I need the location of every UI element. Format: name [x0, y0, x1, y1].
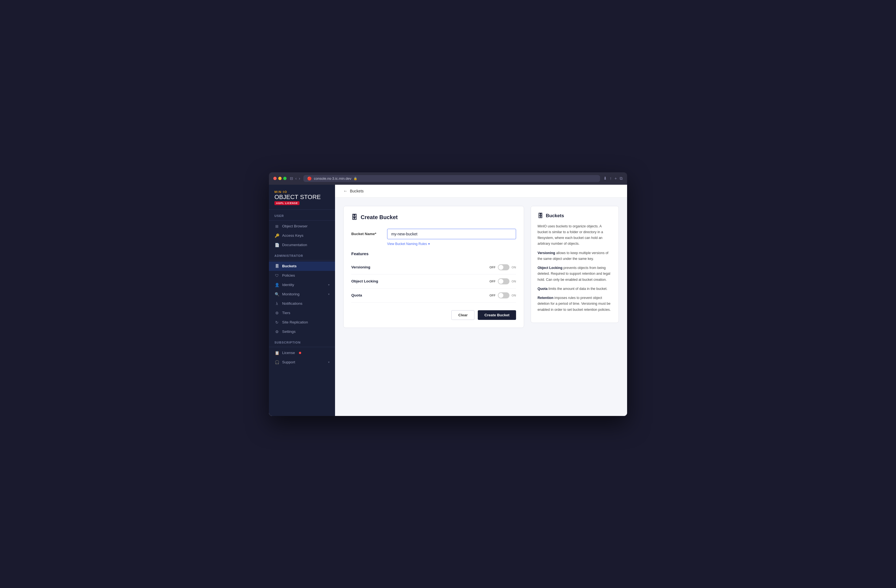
naming-rules-chevron-icon: ▾	[428, 242, 430, 246]
form-title-text: Create Bucket	[361, 214, 398, 220]
sidebar-item-documentation[interactable]: 📄 Documentation	[269, 240, 335, 250]
sidebar-item-site-replication[interactable]: ↻ Site Replication	[269, 318, 335, 327]
identity-label: Identity	[282, 283, 294, 287]
policies-icon: 🛡	[274, 273, 279, 278]
info-card: 🗄 Buckets MinIO uses buckets to organize…	[531, 206, 619, 323]
versioning-off-label: OFF	[490, 266, 496, 269]
info-para-5: Retention imposes rules to prevent objec…	[538, 295, 612, 313]
sidebar-item-identity[interactable]: 👤 Identity ▾	[269, 280, 335, 290]
versioning-toggle[interactable]	[498, 264, 509, 270]
fullscreen-dot[interactable]	[283, 177, 286, 180]
browser-actions: ⬇ ↑ + ⧉	[603, 176, 623, 181]
browser-chrome: ⊟ ‹ › 🔴 console.ns-3.ic.min.dev 🔒 ⬇ ↑ + …	[269, 172, 627, 185]
back-button[interactable]: ←	[343, 188, 348, 193]
logo-title: OBJECT STORE	[274, 194, 329, 200]
app-container: MIN·IO OBJECT STORE AGPL LICENSE User ⊞ …	[269, 185, 627, 416]
info-bucket-icon: 🗄	[538, 213, 543, 219]
create-bucket-form-card: 🗄 Create Bucket Bucket Name* View Bucket…	[343, 206, 524, 328]
info-title-text: Buckets	[546, 213, 564, 219]
notifications-label: Notifications	[282, 301, 303, 305]
object-locking-on-label: ON	[512, 280, 517, 283]
object-locking-toggle-group: OFF ON	[490, 278, 517, 284]
info-para-3: Object Locking prevents objects from bei…	[538, 265, 612, 283]
download-icon[interactable]: ⬇	[603, 176, 607, 181]
browser-window: ⊟ ‹ › 🔴 console.ns-3.ic.min.dev 🔒 ⬇ ↑ + …	[269, 172, 627, 416]
new-tab-icon[interactable]: +	[614, 176, 617, 181]
forward-icon[interactable]: ›	[299, 176, 300, 181]
info-card-body: MinIO uses buckets to organize objects. …	[538, 223, 612, 313]
monitoring-label: Monitoring	[282, 292, 300, 296]
naming-rules-link[interactable]: View Bucket Naming Rules ▾	[387, 242, 516, 246]
sidebar-item-access-keys[interactable]: 🔑 Access Keys	[269, 231, 335, 240]
versioning-row: Versioning OFF ON	[351, 260, 516, 275]
topbar: ← Buckets	[335, 185, 627, 198]
tiers-icon: ⚙	[274, 311, 279, 315]
sidebar-logo: MIN·IO OBJECT STORE AGPL LICENSE	[269, 185, 335, 210]
object-locking-toggle[interactable]	[498, 278, 509, 284]
settings-icon: ⚙	[274, 330, 279, 334]
tabs-icon[interactable]: ⧉	[620, 176, 623, 181]
share-icon[interactable]: ↑	[610, 176, 612, 181]
sidebar-toggle-icon[interactable]: ⊟	[290, 176, 293, 181]
sidebar-item-license[interactable]: 📋 License	[269, 348, 335, 358]
object-browser-label: Object Browser	[282, 224, 308, 228]
bucket-icon: 🗄	[351, 214, 357, 221]
object-locking-off-label: OFF	[490, 280, 496, 283]
quota-on-label: ON	[512, 294, 517, 297]
tiers-label: Tiers	[282, 311, 290, 315]
sidebar-item-notifications[interactable]: λ Notifications	[269, 299, 335, 308]
clear-button[interactable]: Clear	[451, 310, 474, 320]
object-locking-slider[interactable]	[498, 278, 509, 284]
logo-bold: OBJECT	[274, 193, 299, 201]
naming-rules-text: View Bucket Naming Rules	[387, 242, 427, 246]
policies-label: Policies	[282, 273, 295, 278]
sidebar-item-support[interactable]: 🎧 Support ▾	[269, 358, 335, 367]
license-label: License	[282, 351, 295, 355]
sidebar-item-object-browser[interactable]: ⊞ Object Browser	[269, 222, 335, 231]
support-label: Support	[282, 360, 295, 364]
sidebar-item-monitoring[interactable]: 🔍 Monitoring ▾	[269, 290, 335, 299]
sidebar-item-tiers[interactable]: ⚙ Tiers	[269, 308, 335, 318]
bucket-name-label: Bucket Name*	[351, 232, 382, 236]
info-card-title: 🗄 Buckets	[538, 213, 612, 219]
info-para-2: Versioning allows to keep multiple versi…	[538, 250, 612, 262]
object-locking-label: Object Locking	[351, 279, 490, 283]
object-browser-icon: ⊞	[274, 224, 279, 228]
quota-slider[interactable]	[498, 292, 509, 298]
divider-admin	[269, 260, 335, 260]
sidebar-item-buckets[interactable]: 🗄 Buckets	[269, 261, 335, 271]
access-keys-label: Access Keys	[282, 234, 303, 237]
versioning-on-label: ON	[512, 266, 517, 269]
section-label-admin: Administrator	[269, 250, 335, 259]
breadcrumb-buckets[interactable]: Buckets	[350, 189, 364, 193]
notifications-icon: λ	[274, 301, 279, 306]
site-replication-icon: ↻	[274, 320, 279, 325]
buckets-icon: 🗄	[274, 264, 279, 268]
back-icon[interactable]: ‹	[296, 176, 297, 181]
address-bar[interactable]: 🔴 console.ns-3.ic.min.dev 🔒	[303, 175, 600, 182]
minimize-dot[interactable]	[278, 177, 282, 180]
settings-label: Settings	[282, 330, 296, 334]
quota-toggle[interactable]	[498, 292, 509, 298]
monitoring-icon: 🔍	[274, 292, 279, 296]
identity-chevron-icon: ▾	[328, 283, 329, 286]
bucket-name-input[interactable]	[387, 229, 516, 239]
quota-toggle-group: OFF ON	[490, 292, 517, 298]
site-icon: 🔴	[307, 176, 312, 181]
object-locking-row: Object Locking OFF ON	[351, 275, 516, 289]
documentation-icon: 📄	[274, 243, 279, 247]
support-chevron-icon: ▾	[328, 361, 329, 364]
lock-icon: 🔒	[354, 177, 357, 180]
support-icon: 🎧	[274, 360, 279, 365]
create-bucket-button[interactable]: Create Bucket	[478, 310, 516, 320]
logo-license-badge: AGPL LICENSE	[274, 201, 300, 205]
agpl-text: AGPL	[276, 202, 284, 205]
sidebar-item-policies[interactable]: 🛡 Policies	[269, 271, 335, 280]
versioning-toggle-group: OFF ON	[490, 264, 517, 270]
features-title: Features	[351, 251, 516, 256]
close-dot[interactable]	[273, 177, 277, 180]
content-area: 🗄 Create Bucket Bucket Name* View Bucket…	[335, 198, 627, 336]
access-keys-icon: 🔑	[274, 234, 279, 238]
versioning-slider[interactable]	[498, 264, 509, 270]
sidebar-item-settings[interactable]: ⚙ Settings	[269, 327, 335, 336]
